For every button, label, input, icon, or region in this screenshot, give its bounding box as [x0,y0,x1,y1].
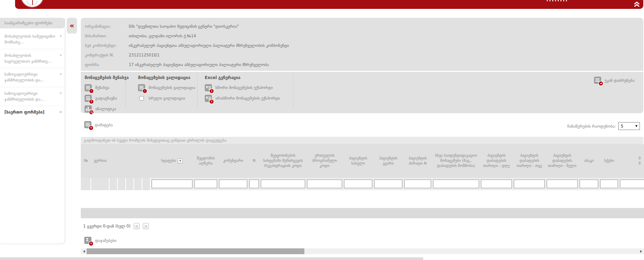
filter-cell [248,178,260,190]
filter-input[interactable] [219,180,247,188]
table-footer-band [81,208,644,218]
double-chevron-right-icon: » [60,52,62,58]
column-header[interactable]: № [81,144,91,178]
filter-cell [480,178,513,190]
filter-cell [546,178,579,190]
filter-input[interactable] [307,180,342,188]
save-items: ✓შენახვა↑გადაგზავნაანალიტიკა [85,83,129,113]
page-size-select[interactable]: 5 ▼ [618,122,640,130]
collapse-header-icon[interactable] [632,0,642,8]
filter-input[interactable] [600,180,618,188]
sidebar-collapse-button[interactable]: « [67,18,77,34]
column-header[interactable]: პაციენტის დაბადების თარიღი - წელი [546,144,579,178]
prev-page-button[interactable]: < [134,223,140,229]
sidebar-item[interactable]: მოსახლეობის საყოველთაო ჯანმრთე...» [0,49,65,68]
filter-cell [110,178,118,190]
column-header[interactable]: კომენტარი [218,144,248,178]
add-button[interactable]: + დამატება [84,121,113,128]
filter-cell [343,178,373,190]
filter-input[interactable] [404,180,431,188]
pagination: 1 გვერდი 0-დან (სულ 0) < > [83,223,149,229]
dropdown-caret-icon: ▼ [635,125,637,128]
scroll-left-button[interactable] [81,248,87,254]
column-header[interactable]: პაციენტის სახელი [343,144,373,178]
column-header[interactable]: სხვა საიდენტიფიკაციო მონაცემები (მაგ., დ… [432,144,480,178]
column-header[interactable]: შეცდომის აღწერა [193,144,218,178]
action-item[interactable]: ✓შენახვა [85,83,129,92]
back-label: უკან დაბრუნება [605,78,634,83]
filter-input[interactable] [374,180,402,188]
filter-input[interactable] [514,180,545,188]
column-header[interactable]: სტატუსი▼ [151,144,193,178]
scroll-right-button[interactable] [638,248,644,254]
form-value: 17 ინკურაბელურ პაციენტთა ამბულატორიული პ… [129,62,269,67]
info-label: ფორმა: [85,62,129,67]
filter-input[interactable] [433,180,479,188]
full-validation-label: სრული ვალიდაცია [149,96,185,101]
action-item[interactable]: ანალიტიკა [85,105,129,113]
column-header-empty [142,144,151,178]
info-label: მისამართი: [85,34,129,38]
sidebar-item[interactable]: მოსახლეობის სამედიცინო მომსახუ...» [0,30,65,49]
group-hint-bar[interactable]: გადმოიტანეთ ის სვეტი რომლის მიხედვითაც გ… [81,137,643,144]
column-header[interactable]: პაციენტის გვარი [373,144,403,178]
filter-input[interactable] [580,180,598,188]
info-row: სუბ კომპონენტი: ინკურაბელურ პაციენტთა ამ… [85,41,639,50]
filter-input[interactable] [344,180,372,188]
filter-cell [619,178,644,190]
filter-cell [432,178,480,190]
column-header[interactable]: ასაკი [579,144,599,178]
column-header[interactable]: სქესი [599,144,619,178]
column-header[interactable]: შეტყობინების სისტემაში შემთხვევის რეგისტ… [260,144,306,178]
column-header[interactable]: პაციენტის დაბადების თარიღი - თვე [513,144,546,178]
excel-icon: ↓ [205,95,212,102]
next-page-button[interactable]: > [143,223,149,229]
horizontal-scrollbar[interactable] [81,248,644,254]
filter-input[interactable] [194,180,217,188]
scrollbar-thumb[interactable] [87,248,304,254]
column-header[interactable]: მ მ [619,144,644,178]
sigma-icon: + [84,237,91,244]
totals-button[interactable]: + დაჯამებები [84,237,116,244]
column-header[interactable]: ერთეულის პროგრამული კოდი [306,144,343,178]
double-chevron-up-icon [633,1,640,7]
sidebar-title: საანგარიშგებო ფორმები [0,18,65,28]
status-dropdown-button[interactable]: ▼ [178,158,183,164]
column-header-label: პაციენტის გვარი [375,156,402,166]
action-item-label: ანალიტიკა [95,106,116,111]
filter-input[interactable] [620,180,644,188]
filter-cell [193,178,218,190]
full-validation-checkbox[interactable] [139,96,144,101]
filter-cell [513,178,546,190]
validate-button[interactable]: ✓ მონაცემების ვალიდაცია [138,83,195,92]
back-button[interactable]: ◄ უკან დაბრუნება [594,77,634,84]
double-chevron-right-icon: » [60,71,62,77]
filter-cell [81,178,91,190]
action-item[interactable]: ↓არასწორი მონაცემების ექსპორტი [205,94,280,102]
filter-input[interactable] [481,180,512,188]
right-arrow-icon [640,250,643,253]
filter-input[interactable] [547,180,578,188]
sidebar-item[interactable]: საზოგადოებრივი ჯანმრთელობის და...» [0,87,65,106]
filter-input[interactable] [152,180,192,188]
up-badge-icon: ↑ [89,100,93,104]
column-header[interactable]: პაციენტის დაბადების თარიღი - დღე [480,144,513,178]
filter-input[interactable] [249,180,259,188]
save-group-title: მონაცემების შენახვა [85,75,129,80]
column-header-label: მ მ [639,156,641,166]
document-icon: ◄ [594,77,601,84]
column-header[interactable]: ვერსია [91,144,110,178]
down-badge-icon: ↓ [210,100,214,104]
action-item[interactable]: ↑გადაგზავნა [85,94,129,102]
sidebar-item[interactable]: საზოგადოებრივი ჯანმრთელობის და...» [0,68,65,87]
action-item-label: სწორი მონაცემების ექსპორტი [215,85,273,90]
column-header[interactable]: N [248,144,260,178]
info-label: სუბ კომპონენტი: [85,43,129,48]
column-header-empty [118,144,126,178]
column-header[interactable]: პაციენტის პირადი N [403,144,432,178]
action-item[interactable]: ↓სწორი მონაცემების ექსპორტი [205,83,280,92]
sidebar-item[interactable]: [საერთო ფორმები]» [0,106,65,119]
action-item-label: შენახვა [95,85,109,90]
sidebar-item-label: საზოგადოებრივი ჯანმრთელობის და... [4,91,44,102]
filter-input[interactable] [261,180,305,188]
